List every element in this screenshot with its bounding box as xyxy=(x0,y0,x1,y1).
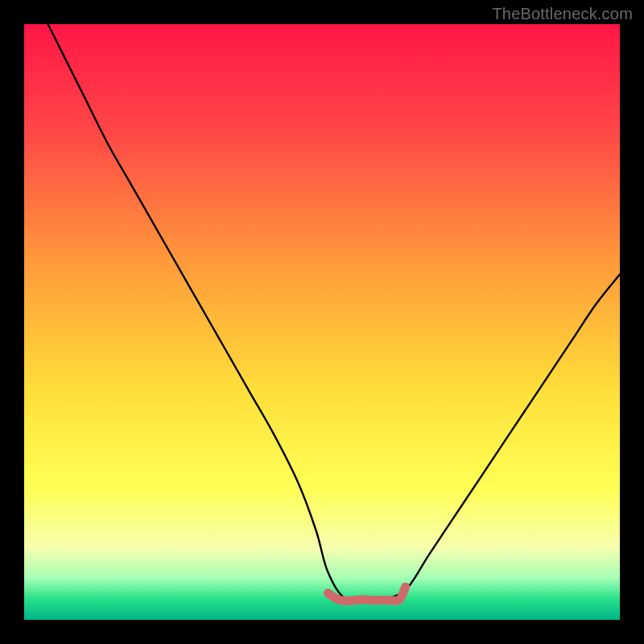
plot-background xyxy=(24,24,620,620)
watermark-text: TheBottleneck.com xyxy=(492,5,633,23)
chart-container: TheBottleneck.com xyxy=(0,0,644,644)
bottleneck-chart xyxy=(0,0,644,644)
